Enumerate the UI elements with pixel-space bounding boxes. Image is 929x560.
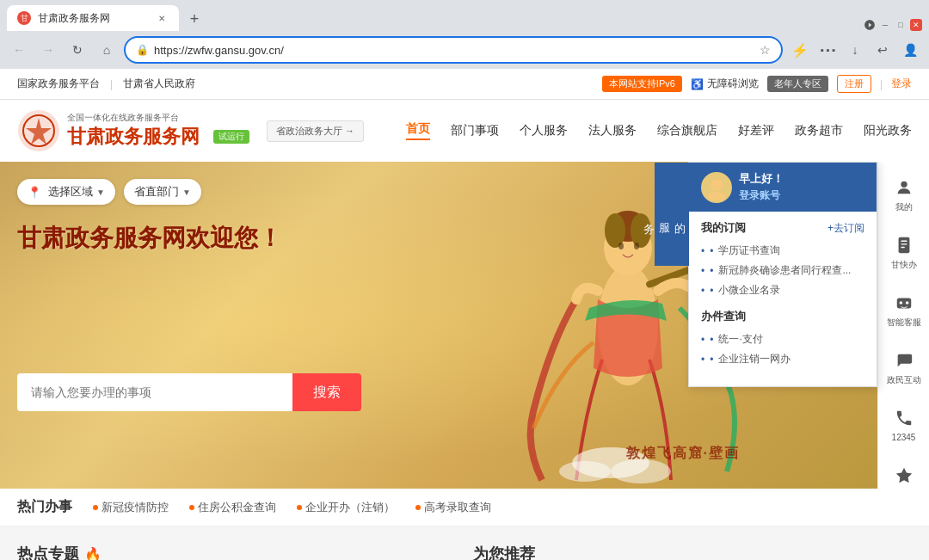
- download-icon[interactable]: ↓: [843, 38, 867, 62]
- my-services-popup: 我的服务 早上好！ 登录账号 我的: [688, 162, 877, 387]
- case-item[interactable]: •统一·支付: [701, 329, 864, 349]
- order-item[interactable]: •学历证书查询: [701, 241, 864, 261]
- nav-supermarket[interactable]: 政务超市: [795, 123, 843, 138]
- orders-section: 我的订阅 +去订阅 •学历证书查询 •新冠肺炎确诊患者同行程查... •小微企业…: [701, 220, 864, 300]
- nav-dept[interactable]: 部门事项: [451, 123, 499, 138]
- national-platform-link[interactable]: 国家政务服务平台: [17, 77, 100, 91]
- service-12345-label: 12345: [892, 433, 916, 443]
- star-icon: [892, 464, 916, 488]
- new-tab-button[interactable]: +: [182, 7, 206, 31]
- popup-greeting: 早上好！: [739, 171, 784, 187]
- hot-dot-3: [415, 505, 421, 510]
- svg-rect-17: [901, 241, 907, 242]
- hot-dot-1: [189, 505, 194, 510]
- order-item[interactable]: •新冠肺炎确诊患者同行程查...: [701, 261, 864, 280]
- nav-sunshine[interactable]: 阳光政务: [864, 123, 912, 138]
- browser-tab[interactable]: 甘 甘肃政务服务网 ✕: [7, 5, 179, 31]
- extensions-icon[interactable]: ⚡: [788, 38, 812, 62]
- page-content: 国家政务服务平台 | 甘肃省人民政府 本网站支持IPv6 ♿ 无障碍浏览 老年人…: [0, 69, 929, 560]
- hot-topics-title: 热点专题 🔥: [17, 544, 456, 560]
- tab-favicon: 甘: [17, 11, 31, 25]
- popup-user-info: 早上好！ 登录账号: [739, 171, 784, 203]
- service-item-ai[interactable]: 智能客服: [878, 284, 929, 335]
- interaction-icon: [892, 348, 916, 372]
- fire-icon: 🔥: [84, 546, 102, 561]
- login-button[interactable]: 登录: [891, 77, 912, 91]
- my-services-tab[interactable]: 我的服务: [655, 163, 689, 266]
- address-input-wrap[interactable]: 🔒 https://zwfw.gansu.gov.cn/ ☆: [124, 36, 783, 64]
- nav-personal[interactable]: 个人服务: [520, 123, 568, 138]
- minimize-button[interactable]: ─: [879, 19, 891, 31]
- forward-button[interactable]: →: [36, 38, 60, 62]
- secure-icon: 🔒: [136, 44, 149, 56]
- svg-point-13: [711, 179, 723, 191]
- service-item-12345[interactable]: 12345: [878, 399, 929, 450]
- service-item-favorite[interactable]: 收藏: [878, 457, 929, 489]
- case-item[interactable]: •企业注销一网办: [701, 349, 864, 369]
- gov-hall-link[interactable]: 省政治政务大厅 →: [267, 120, 364, 142]
- back-button[interactable]: ←: [7, 38, 31, 62]
- case-section: 办件查询 •统一·支付 •企业注销一网办: [701, 309, 864, 369]
- svg-rect-16: [898, 237, 909, 253]
- provincial-gov-link[interactable]: 甘肃省人民政府: [123, 77, 195, 91]
- home-button[interactable]: ⌂: [95, 38, 119, 62]
- svg-point-15: [901, 182, 907, 188]
- svg-point-21: [899, 301, 902, 305]
- logo-title: 甘肃政务服务网: [67, 124, 200, 150]
- webpage: 国家政务服务平台 | 甘肃省人民政府 本网站支持IPv6 ♿ 无障碍浏览 老年人…: [0, 69, 929, 560]
- address-url[interactable]: https://zwfw.gansu.gov.cn/: [154, 44, 754, 57]
- bookmark-star-icon[interactable]: ☆: [760, 43, 771, 57]
- user-avatar: [701, 172, 732, 203]
- maximize-button[interactable]: □: [895, 19, 907, 31]
- nav-rating[interactable]: 好差评: [738, 123, 774, 138]
- dept-dropdown[interactable]: 省直部门 ▼: [124, 179, 201, 205]
- service-ai-label: 智能客服: [887, 317, 921, 328]
- refresh-button[interactable]: ↻: [65, 38, 89, 62]
- recommend-title: 为您推荐: [473, 544, 912, 560]
- logo-emblem: [17, 109, 60, 152]
- sections-row: 热点专题 🔥 留抵退税专区 投资项目 审批实战 工程建设 项目审批 一网通办: [0, 526, 929, 560]
- elder-btn[interactable]: 老年人专区: [767, 76, 828, 92]
- more-menu-button[interactable]: ⋯: [815, 38, 840, 62]
- profile-icon[interactable]: 👤: [898, 38, 922, 62]
- orders-section-header: 我的订阅 +去订阅: [701, 220, 864, 236]
- orders-list: •学历证书查询 •新冠肺炎确诊患者同行程查... •小微企业名录: [701, 241, 864, 300]
- logo-subtitle: 全国一体化在线政务服务平台: [67, 112, 249, 124]
- cases-list: •统一·支付 •企业注销一网办: [701, 329, 864, 369]
- svg-point-22: [905, 301, 908, 305]
- svg-rect-20: [896, 298, 911, 309]
- top-divider: |: [110, 78, 113, 90]
- hot-item-0[interactable]: 新冠疫情防控: [93, 500, 169, 515]
- service-item-ganquban[interactable]: 甘快办: [878, 226, 929, 277]
- logo-text-wrap: 全国一体化在线政务服务平台 甘肃政务服务网 试运行: [67, 112, 249, 150]
- tab-close-button[interactable]: ✕: [155, 11, 169, 25]
- service-item-interaction[interactable]: 政民互动: [878, 342, 929, 392]
- ganquban-icon: [892, 233, 916, 257]
- undo-icon[interactable]: ↩: [871, 38, 895, 62]
- ai-icon: [892, 291, 916, 315]
- hot-item-2[interactable]: 企业开办（注销）: [297, 500, 395, 515]
- location-dropdown[interactable]: 📍 选择区域 ▼: [17, 179, 115, 205]
- nav-home[interactable]: 首页: [406, 121, 430, 140]
- register-button[interactable]: 注册: [837, 75, 871, 93]
- search-button[interactable]: 搜索: [292, 373, 361, 411]
- barrier-free-label: 无障碍浏览: [707, 77, 759, 91]
- search-input[interactable]: [17, 373, 292, 411]
- hot-item-3[interactable]: 高考录取查询: [415, 500, 491, 515]
- nav-flagship[interactable]: 综合旗舰店: [657, 123, 717, 138]
- service-item-mine[interactable]: 我的: [878, 169, 929, 219]
- popup-login-link[interactable]: 登录账号: [739, 188, 784, 203]
- order-item[interactable]: •小微企业名录: [701, 280, 864, 300]
- hot-dot-2: [297, 505, 302, 510]
- nav-legal[interactable]: 法人服务: [588, 123, 637, 138]
- hot-item-1[interactable]: 住房公积金查询: [189, 500, 276, 515]
- subscribe-link[interactable]: +去订阅: [827, 221, 864, 236]
- address-icons: ☆: [760, 43, 771, 57]
- orders-title: 我的订阅: [701, 220, 746, 236]
- hero-calligraphy: 敦煌飞高窟·壁画: [626, 445, 740, 463]
- svg-rect-18: [901, 243, 907, 244]
- close-button[interactable]: ✕: [910, 19, 922, 31]
- hero-welcome-text: 甘肃政务服务网欢迎您！: [17, 222, 282, 255]
- hot-label: 热门办事: [17, 498, 72, 516]
- browser-settings-icon[interactable]: [864, 19, 876, 31]
